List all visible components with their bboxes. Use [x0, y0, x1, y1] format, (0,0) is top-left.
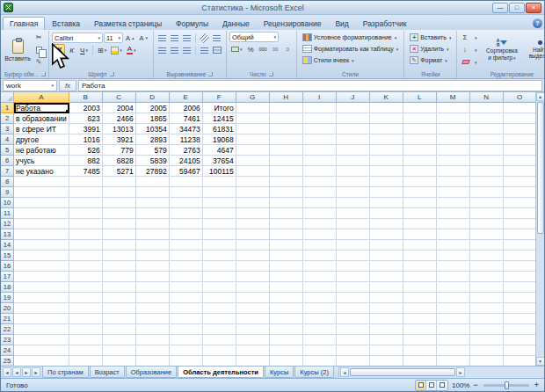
cell-M4[interactable]	[437, 134, 470, 145]
horizontal-scroll-thumb[interactable]	[350, 368, 455, 376]
next-sheet-button[interactable]: ►	[22, 367, 31, 377]
cell-C12[interactable]	[103, 219, 136, 229]
cell-I4[interactable]	[303, 134, 337, 145]
cell-I22[interactable]	[303, 324, 337, 335]
cell-F22[interactable]	[203, 324, 236, 335]
cell-B19[interactable]	[69, 293, 103, 303]
cell-H15[interactable]	[270, 250, 303, 261]
cell-N15[interactable]	[470, 250, 504, 261]
cell-N2[interactable]	[470, 113, 504, 124]
cell-K2[interactable]	[370, 113, 403, 124]
cell-C25[interactable]	[103, 356, 136, 366]
cell-E16[interactable]	[170, 261, 203, 272]
cell-N12[interactable]	[470, 219, 504, 229]
cell-E9[interactable]	[170, 187, 203, 198]
clipboard-dialog-launcher-icon[interactable]	[41, 72, 46, 76]
last-sheet-button[interactable]: ►	[32, 367, 40, 377]
cell-A12[interactable]	[14, 219, 69, 229]
cell-M15[interactable]	[437, 250, 470, 261]
cell-N18[interactable]	[470, 282, 504, 293]
row-header-17[interactable]: 17	[1, 272, 14, 282]
cell-D1[interactable]: 2005	[136, 103, 170, 113]
cell-N21[interactable]	[470, 314, 504, 324]
row-header-8[interactable]: 8	[1, 177, 14, 187]
cell-M16[interactable]	[437, 261, 470, 272]
cell-L17[interactable]	[403, 272, 437, 282]
column-header-M[interactable]: M	[437, 92, 470, 103]
comma-style-button[interactable]: 000	[257, 44, 268, 55]
cell-C23[interactable]	[103, 335, 136, 345]
insert-cells-button[interactable]: + Вставить ▾	[407, 32, 454, 43]
cell-B15[interactable]	[69, 250, 103, 261]
tab-Вид[interactable]: Вид	[328, 17, 355, 30]
cell-D4[interactable]: 2893	[136, 134, 170, 145]
cell-G1[interactable]	[236, 103, 270, 113]
cell-L5[interactable]	[403, 145, 437, 156]
cell-K9[interactable]	[370, 187, 403, 198]
cell-I7[interactable]	[303, 166, 337, 177]
cell-J19[interactable]	[337, 293, 370, 303]
cell-C16[interactable]	[103, 261, 136, 272]
column-header-D[interactable]: D	[136, 92, 170, 103]
cell-D2[interactable]: 1865	[136, 113, 170, 124]
cell-B21[interactable]	[69, 314, 103, 324]
cell-K14[interactable]	[370, 240, 403, 250]
align-center-button[interactable]	[169, 45, 180, 56]
cell-N20[interactable]	[470, 303, 504, 314]
cell-O13[interactable]	[504, 229, 537, 240]
column-header-J[interactable]: J	[337, 92, 370, 103]
increase-decimal-button[interactable]: 00	[270, 44, 281, 55]
sheet-tab-Область деятельности[interactable]: Область деятельности	[178, 367, 264, 378]
cell-F1[interactable]: Итого	[203, 103, 236, 113]
cell-D22[interactable]	[136, 324, 170, 335]
cell-L20[interactable]	[403, 303, 437, 314]
align-top-button[interactable]	[156, 33, 168, 44]
cell-L24[interactable]	[403, 345, 437, 356]
cell-E4[interactable]: 11238	[170, 134, 203, 145]
tab-Разработчик[interactable]: Разработчик	[356, 17, 414, 30]
cell-A14[interactable]	[14, 240, 69, 250]
cell-O20[interactable]	[504, 303, 537, 314]
cell-A17[interactable]	[14, 272, 69, 282]
cell-B18[interactable]	[69, 282, 103, 293]
cell-M20[interactable]	[437, 303, 470, 314]
cell-N10[interactable]	[470, 198, 504, 208]
cell-G6[interactable]	[236, 156, 270, 166]
cell-M21[interactable]	[437, 314, 470, 324]
cell-O1[interactable]	[504, 103, 537, 113]
cell-G24[interactable]	[236, 345, 270, 356]
column-header-H[interactable]: H	[270, 92, 303, 103]
cell-E21[interactable]	[170, 314, 203, 324]
cell-E11[interactable]	[170, 208, 203, 219]
cell-A9[interactable]	[14, 187, 69, 198]
cell-G11[interactable]	[236, 208, 270, 219]
cell-B1[interactable]: 2003	[69, 103, 103, 113]
cell-I13[interactable]	[303, 229, 337, 240]
cell-D17[interactable]	[136, 272, 170, 282]
scroll-right-button[interactable]: ►	[456, 367, 465, 377]
tab-Вставка[interactable]: Вставка	[45, 17, 87, 30]
cell-O14[interactable]	[504, 240, 537, 250]
cell-L12[interactable]	[403, 219, 437, 229]
cell-K8[interactable]	[370, 177, 403, 187]
cell-G15[interactable]	[236, 250, 270, 261]
cell-M5[interactable]	[437, 145, 470, 156]
tab-Данные[interactable]: Данные	[215, 17, 257, 30]
cell-A24[interactable]	[14, 345, 69, 356]
cell-J3[interactable]	[337, 124, 370, 134]
column-header-K[interactable]: K	[370, 92, 403, 103]
cell-O6[interactable]	[504, 156, 537, 166]
row-header-12[interactable]: 12	[1, 219, 14, 229]
sheet-tab-Курсы (2)[interactable]: Курсы (2)	[294, 367, 334, 378]
cell-N5[interactable]	[470, 145, 504, 156]
cell-A5[interactable]: не работаю	[14, 145, 69, 156]
cell-D15[interactable]	[136, 250, 170, 261]
cell-M13[interactable]	[437, 229, 470, 240]
cell-F16[interactable]	[203, 261, 236, 272]
cell-D25[interactable]	[136, 356, 170, 366]
row-header-11[interactable]: 11	[1, 208, 14, 219]
page-layout-view-button[interactable]	[426, 381, 437, 390]
sheet-tab-Курсы[interactable]: Курсы	[265, 367, 294, 378]
cell-B6[interactable]: 882	[69, 156, 103, 166]
cell-A20[interactable]	[14, 303, 69, 314]
